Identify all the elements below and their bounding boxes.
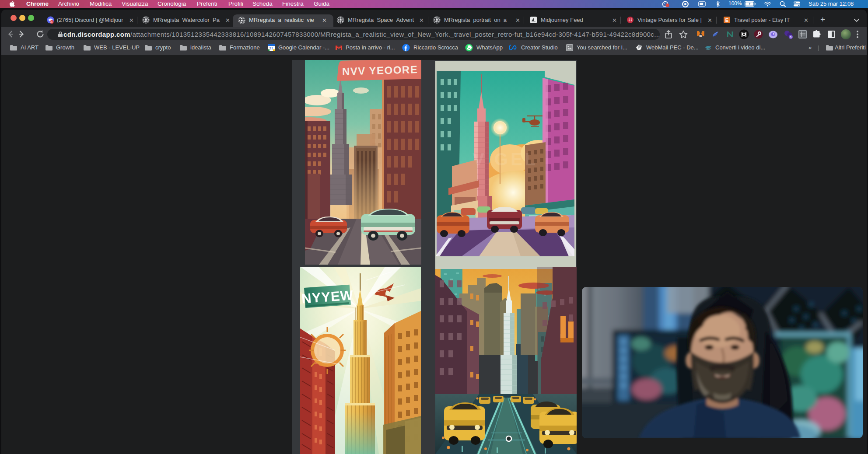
svg-text:2+: 2+ [50,21,53,23]
svg-text:NVV YEOORE: NVV YEOORE [342,63,418,77]
svg-text:5: 5 [790,35,792,38]
svg-text:V GEL: V GEL [472,150,538,169]
svg-text:E: E [725,17,728,23]
svg-text:31: 31 [270,46,273,50]
